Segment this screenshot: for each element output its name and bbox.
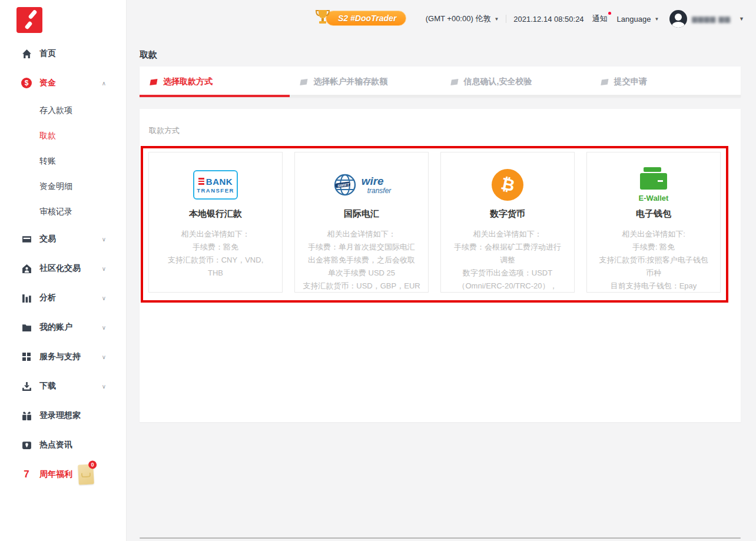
chevron-down-icon bbox=[102, 236, 106, 243]
card-digital-currency[interactable]: ₿ 数字货币 相关出金详情如下： 手续费：会根据矿工费浮动进行 调整 数字货币出… bbox=[440, 152, 575, 293]
bank-bars-icon bbox=[198, 178, 204, 185]
step-account-amount[interactable]: 选择帐户并输存款额 bbox=[290, 67, 440, 97]
datetime-label: 2021.12.14 08:50:24 bbox=[513, 15, 583, 24]
card-local-bank-transfer[interactable]: BANK TRANSFER 本地银行汇款 相关出金详情如下： 手续费：豁免 支持… bbox=[148, 152, 283, 293]
step-tabs: 选择取款方式 选择帐户并输存款额 信息确认,安全校验 提交申请 bbox=[140, 67, 741, 97]
card-description: 相关出金详情如下： 手续费：单月首次提交国际电汇 出金将豁免手续费，之后会收取 … bbox=[295, 228, 428, 293]
logo-slash bbox=[24, 21, 32, 29]
sidebar-item-label: 周年福利 bbox=[39, 469, 72, 480]
bank-word: BANK bbox=[206, 177, 233, 187]
home-icon bbox=[21, 48, 32, 59]
avatar-head bbox=[675, 14, 682, 21]
user-menu-caret[interactable]: ▼ bbox=[739, 16, 744, 22]
bitcoin-symbol: ₿ bbox=[499, 174, 516, 195]
timezone-selector[interactable]: (GMT +00:00) 伦敦 bbox=[426, 14, 499, 24]
sidebar-item-withdrawal[interactable]: 取款 bbox=[0, 123, 126, 148]
ewallet-word: E-Wallet bbox=[639, 194, 669, 203]
card-description: 相关出金详情如下: 手续费: 豁免 支持汇款货币:按照客户电子钱包 币种 目前支… bbox=[587, 228, 720, 293]
gold-voucher-icon[interactable]: 0 bbox=[78, 464, 94, 484]
sidebar-item-label: 资金明细 bbox=[39, 181, 72, 192]
sidebar-item-transfer[interactable]: 转账 bbox=[0, 148, 126, 174]
chevron-down-icon bbox=[102, 383, 106, 390]
location-news-icon bbox=[21, 440, 32, 450]
step-submit[interactable]: 提交申请 bbox=[591, 67, 741, 97]
step-label: 选择取款方式 bbox=[163, 77, 213, 87]
sidebar-item-audit-records[interactable]: 审核记录 bbox=[0, 199, 126, 224]
chevron-down-icon bbox=[102, 354, 106, 360]
doo-prime-logo[interactable] bbox=[16, 7, 42, 33]
language-selector[interactable]: Language bbox=[617, 15, 659, 24]
step-label: 提交申请 bbox=[614, 77, 647, 87]
notifications-link[interactable]: 通知 bbox=[592, 14, 608, 24]
step-underline bbox=[591, 95, 741, 97]
page-title: 取款 bbox=[140, 49, 157, 61]
badge-label: S2 #DooTrader bbox=[326, 11, 406, 26]
wallet-icon bbox=[640, 167, 667, 190]
card-title: 数字货币 bbox=[441, 208, 574, 220]
sidebar-item-label: 审核记录 bbox=[39, 207, 72, 217]
bank-transfer-logo: BANK TRANSFER bbox=[149, 162, 282, 208]
top-header: S2 #DooTrader (GMT +00:00) 伦敦 2021.12.14… bbox=[127, 0, 756, 38]
user-avatar[interactable] bbox=[669, 10, 687, 28]
sidebar-item-trading[interactable]: 交易 bbox=[0, 224, 126, 254]
chevron-down-icon bbox=[102, 265, 106, 272]
step-choose-method[interactable]: 选择取款方式 bbox=[140, 67, 290, 97]
card-e-wallet[interactable]: E-Wallet 电子钱包 相关出金详情如下: 手续费: 豁免 支持汇款货币:按… bbox=[586, 152, 721, 293]
sidebar-item-services-support[interactable]: 服务与支持 bbox=[0, 342, 126, 371]
chevron-up-icon bbox=[102, 80, 106, 87]
section-label: 取款方式 bbox=[149, 125, 180, 136]
chevron-down-icon bbox=[102, 324, 106, 331]
sidebar-item-login-idealhub[interactable]: 登录理想家 bbox=[0, 401, 126, 430]
sidebar-item-label: 取款 bbox=[39, 131, 56, 141]
sidebar-item-label: 社区化交易 bbox=[39, 263, 81, 274]
header-right-cluster: (GMT +00:00) 伦敦 2021.12.14 08:50:24 通知 L… bbox=[426, 0, 744, 38]
sidebar-item-label: 下载 bbox=[39, 381, 56, 391]
sidebar-item-fund-details[interactable]: 资金明细 bbox=[0, 174, 126, 199]
grid-icon bbox=[21, 351, 32, 362]
sidebar-item-label: 资金 bbox=[39, 78, 56, 88]
sidebar-item-label: 转账 bbox=[39, 156, 56, 167]
sidebar-item-anniversary[interactable]: 7 周年福利 0 bbox=[0, 460, 126, 489]
step-label: 信息确认,安全校验 bbox=[464, 77, 532, 87]
dootrader-badge[interactable]: S2 #DooTrader bbox=[314, 8, 406, 28]
sidebar-item-download[interactable]: 下载 bbox=[0, 371, 126, 401]
anniversary-7: 7 bbox=[21, 469, 32, 480]
avatar-bust bbox=[672, 22, 685, 28]
sidebar-item-home[interactable]: 首页 bbox=[0, 39, 126, 68]
bitcoin-logo: ₿ bbox=[441, 162, 574, 208]
bar-chart-icon bbox=[21, 293, 32, 303]
sidebar-item-funds[interactable]: $ 资金 bbox=[0, 68, 126, 98]
logo-slash bbox=[28, 9, 37, 20]
flag-icon bbox=[601, 78, 609, 86]
card-international-wire[interactable]: SWIFT wire transfer 国际电汇 相关出金详情如下： 手续费：单… bbox=[294, 152, 429, 293]
notification-badge: 0 bbox=[88, 460, 97, 469]
step-label: 选择帐户并输存款额 bbox=[313, 77, 387, 87]
step-confirm-verify[interactable]: 信息确认,安全校验 bbox=[440, 67, 591, 97]
sidebar-item-analysis[interactable]: 分析 bbox=[0, 283, 126, 313]
transfer-word: transfer bbox=[367, 187, 392, 194]
wire-word: wire bbox=[362, 175, 392, 187]
folder-icon bbox=[21, 322, 32, 333]
card-title: 本地银行汇款 bbox=[149, 208, 282, 220]
step-underline bbox=[440, 95, 591, 97]
sidebar: 首页 $ 资金 存入款项 取款 转账 资金明细 审核记录 交易 bbox=[0, 0, 127, 541]
username-blurred: ▆▆▆▆ ▆▆ bbox=[692, 15, 731, 23]
sidebar-item-deposit[interactable]: 存入款项 bbox=[0, 98, 126, 123]
transfer-word: TRANSFER bbox=[197, 187, 234, 194]
chevron-down-icon bbox=[102, 295, 106, 301]
community-house-icon bbox=[21, 263, 32, 274]
flag-icon bbox=[450, 78, 459, 86]
step-underline bbox=[140, 95, 290, 97]
flag-icon bbox=[300, 78, 308, 86]
trophy-icon bbox=[314, 8, 331, 28]
sidebar-item-community-trading[interactable]: 社区化交易 bbox=[0, 254, 126, 283]
voucher-pattern bbox=[81, 473, 91, 478]
sidebar-item-hot-news[interactable]: 热点资讯 bbox=[0, 430, 126, 460]
dollar-icon: $ bbox=[21, 78, 32, 88]
bottom-scrollbar[interactable] bbox=[140, 537, 741, 539]
download-icon bbox=[21, 381, 32, 391]
gift-icon bbox=[21, 410, 32, 421]
sidebar-item-my-account[interactable]: 我的账户 bbox=[0, 313, 126, 342]
timezone-label: (GMT +00:00) 伦敦 bbox=[426, 14, 491, 24]
wire-transfer-logo: SWIFT wire transfer bbox=[295, 162, 428, 208]
